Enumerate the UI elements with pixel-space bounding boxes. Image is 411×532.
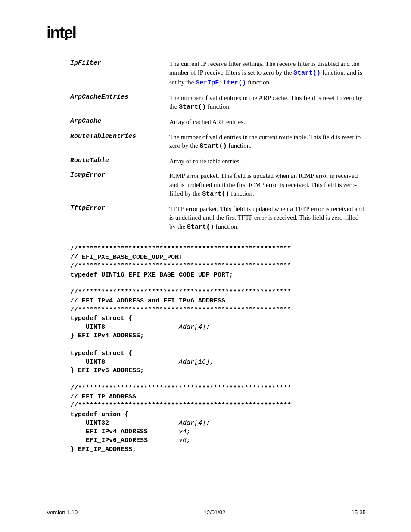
def-term: RouteTableEntries	[70, 133, 169, 151]
def-term: ArpCacheEntries	[70, 93, 169, 112]
definition-list: IpFilter The current IP receive filter s…	[70, 59, 366, 232]
code-block: //**************************************…	[70, 245, 366, 454]
def-row: ArpCache Array of cached ARP entries.	[70, 118, 366, 126]
footer-date: 12/01/02	[204, 509, 226, 516]
def-row: TftpError TFTP error packet. This field …	[70, 205, 366, 232]
def-row: IcmpError ICMP error packet. This field …	[70, 171, 366, 199]
intel-logo: inte.l	[47, 24, 366, 42]
def-desc: TFTP error packet. This field is updated…	[169, 205, 366, 232]
footer-page: 15-35	[352, 509, 366, 516]
def-desc: The number of valid entries in the ARP c…	[169, 93, 366, 112]
def-row: IpFilter The current IP receive filter s…	[70, 59, 366, 87]
def-row: RouteTable Array of route table entries.	[70, 157, 366, 165]
page-footer: Version 1.10 12/01/02 15-35	[47, 509, 366, 516]
def-row: RouteTableEntries The number of valid en…	[70, 133, 366, 151]
def-desc: Array of cached ARP entries.	[169, 118, 366, 126]
def-term: IpFilter	[70, 59, 169, 87]
def-desc: The number of valid entries in the curre…	[169, 133, 366, 151]
def-desc: Array of route table entries.	[169, 157, 366, 165]
def-row: ArpCacheEntries The number of valid entr…	[70, 93, 366, 112]
def-term: TftpError	[70, 205, 169, 232]
def-desc: The current IP receive filter settings. …	[169, 59, 366, 87]
def-desc: ICMP error packet. This field is updated…	[169, 171, 366, 199]
def-term: RouteTable	[70, 157, 169, 165]
def-term: ArpCache	[70, 118, 169, 126]
def-term: IcmpError	[70, 171, 169, 199]
footer-version: Version 1.10	[47, 509, 78, 516]
